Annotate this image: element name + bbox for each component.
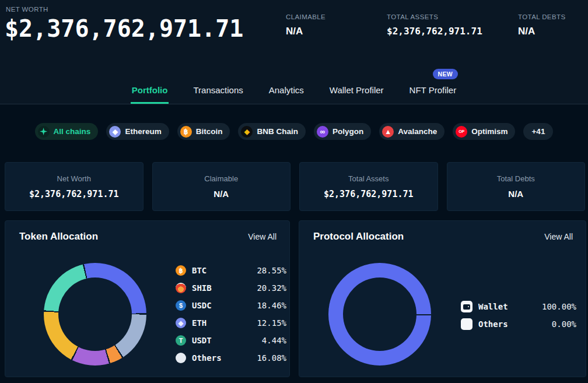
- usdt-percent: 4.44%: [262, 336, 286, 345]
- total-assets-label: TOTAL ASSETS: [387, 13, 482, 20]
- token-allocation-panel: Token Allocation View All ฿ BTC 28.55% S…: [5, 220, 290, 377]
- claimable-value: N/A: [286, 26, 326, 37]
- net-worth-label: NET WORTH: [6, 6, 48, 13]
- chain-filter-row: All chains ◆ Ethereum ฿ Bitcoin ◆ BNB Ch…: [0, 123, 588, 140]
- shib-token-icon: [176, 283, 186, 293]
- protocol-allocation-legend: Wallet 100.00% Others 0.00%: [461, 298, 576, 333]
- card-total-debts-label: Total Debts: [497, 174, 535, 183]
- total-assets-value: $2,376,762,971.71: [387, 26, 482, 37]
- protocol-allocation-view-all[interactable]: View All: [544, 232, 573, 241]
- legend-row-wallet: Wallet 100.00%: [461, 298, 576, 315]
- card-total-assets-label: Total Assets: [348, 174, 388, 183]
- all-chains-icon: [38, 126, 50, 138]
- net-worth-value: $2,376,762,971.71: [5, 15, 243, 42]
- protocol-allocation-donut-chart[interactable]: [328, 263, 431, 366]
- tab-nft-profiler[interactable]: NFT Profiler NEW: [408, 82, 458, 104]
- chip-ethereum[interactable]: ◆ Ethereum: [106, 123, 169, 140]
- card-net-worth-value: $2,376,762,971.71: [29, 189, 119, 199]
- token-allocation-view-all[interactable]: View All: [248, 232, 276, 241]
- legend-row-usdc: $ USDC 18.46%: [176, 297, 286, 314]
- card-claimable: Claimable N/A: [152, 162, 291, 211]
- usdt-symbol: USDT: [192, 336, 212, 345]
- usdc-symbol: USDC: [192, 301, 212, 310]
- card-claimable-value: N/A: [214, 189, 229, 199]
- usdc-percent: 18.46%: [257, 301, 286, 310]
- chip-bitcoin-label: Bitcoin: [196, 127, 223, 136]
- chip-bnb-chain-label: BNB Chain: [257, 127, 298, 136]
- header-stat-total-assets: TOTAL ASSETS $2,376,762,971.71: [387, 13, 482, 37]
- summary-cards-row: Net Worth $2,376,762,971.71 Claimable N/…: [5, 162, 585, 211]
- claimable-label: CLAIMABLE: [286, 13, 326, 20]
- btc-token-icon: ฿: [176, 265, 186, 276]
- tab-analytics[interactable]: Analytics: [268, 82, 305, 104]
- total-debts-value: N/A: [518, 26, 566, 37]
- token-allocation-donut-chart[interactable]: [44, 263, 146, 366]
- others-token-icon: [176, 353, 186, 363]
- shib-symbol: SHIB: [192, 283, 212, 293]
- total-debts-label: TOTAL DEBTS: [518, 13, 566, 20]
- card-total-assets: Total Assets $2,376,762,971.71: [299, 162, 438, 211]
- legend-row-shib: SHIB 20.32%: [176, 279, 286, 297]
- chip-bnb-chain[interactable]: ◆ BNB Chain: [238, 123, 306, 140]
- wallet-icon: [461, 301, 473, 312]
- chip-optimism[interactable]: OP Optimism: [453, 123, 515, 140]
- chip-bitcoin[interactable]: ฿ Bitcoin: [177, 123, 230, 140]
- protocol-allocation-title: Protocol Allocation: [313, 231, 404, 243]
- eth-symbol: ETH: [192, 318, 206, 328]
- bnb-chain-icon: ◆: [241, 126, 253, 138]
- card-net-worth-label: Net Worth: [57, 174, 91, 183]
- legend-row-others-protocol: Others 0.00%: [461, 315, 576, 333]
- chip-more-chains-label: +41: [531, 127, 545, 136]
- header: NET WORTH $2,376,762,971.71 CLAIMABLE N/…: [0, 0, 588, 104]
- card-net-worth: Net Worth $2,376,762,971.71: [5, 162, 144, 211]
- others-protocol-icon: [461, 318, 473, 330]
- bitcoin-icon: ฿: [180, 126, 192, 138]
- protocol-allocation-header: Protocol Allocation View All: [313, 231, 573, 243]
- others-percent: 16.08%: [257, 353, 286, 363]
- ethereum-icon: ◆: [109, 126, 121, 138]
- portfolio-page: NET WORTH $2,376,762,971.71 CLAIMABLE N/…: [0, 0, 588, 383]
- new-badge: NEW: [433, 69, 458, 79]
- others-protocol-label: Others: [478, 319, 508, 329]
- btc-percent: 28.55%: [257, 266, 286, 275]
- card-claimable-label: Claimable: [204, 174, 238, 183]
- tab-nft-profiler-label: NFT Profiler: [410, 85, 457, 95]
- tab-transactions[interactable]: Transactions: [192, 82, 244, 104]
- card-total-debts: Total Debts N/A: [447, 162, 586, 211]
- header-stat-claimable: CLAIMABLE N/A: [286, 13, 326, 37]
- usdt-token-icon: T: [176, 335, 186, 346]
- chip-optimism-label: Optimism: [471, 127, 508, 136]
- tab-wallet-profiler[interactable]: Wallet Profiler: [328, 82, 385, 104]
- chip-avalanche[interactable]: ▲ Avalanche: [379, 123, 444, 140]
- chip-all-chains-label: All chains: [54, 127, 91, 136]
- polygon-icon: ∞: [317, 126, 328, 138]
- avalanche-icon: ▲: [382, 126, 394, 138]
- others-symbol: Others: [192, 353, 222, 363]
- btc-symbol: BTC: [192, 266, 206, 275]
- legend-row-others: Others 16.08%: [176, 349, 286, 367]
- chip-avalanche-label: Avalanche: [398, 127, 437, 136]
- usdc-token-icon: $: [176, 300, 186, 311]
- token-allocation-header: Token Allocation View All: [19, 231, 276, 243]
- chip-more-chains[interactable]: +41: [523, 123, 553, 140]
- tab-portfolio[interactable]: Portfolio: [131, 82, 169, 104]
- optimism-icon: OP: [456, 126, 467, 138]
- token-allocation-title: Token Allocation: [19, 231, 98, 243]
- legend-row-usdt: T USDT 4.44%: [176, 332, 286, 349]
- chip-all-chains[interactable]: All chains: [35, 123, 99, 140]
- others-protocol-percent: 0.00%: [552, 319, 576, 329]
- wallet-label: Wallet: [478, 302, 508, 311]
- chip-polygon[interactable]: ∞ Polygon: [314, 123, 371, 140]
- protocol-allocation-panel: Protocol Allocation View All Wallet 100.…: [299, 220, 586, 377]
- token-allocation-legend: ฿ BTC 28.55% SHIB 20.32% $ USDC 18.46% ◆…: [176, 262, 286, 367]
- eth-token-icon: ◆: [176, 318, 186, 328]
- chip-ethereum-label: Ethereum: [125, 127, 161, 136]
- legend-row-btc: ฿ BTC 28.55%: [176, 262, 286, 279]
- wallet-percent: 100.00%: [542, 302, 576, 311]
- chip-polygon-label: Polygon: [332, 127, 363, 136]
- card-total-debts-value: N/A: [508, 189, 523, 199]
- card-total-assets-value: $2,376,762,971.71: [324, 189, 414, 199]
- header-stat-total-debts: TOTAL DEBTS N/A: [518, 13, 566, 37]
- legend-row-eth: ◆ ETH 12.15%: [176, 314, 286, 332]
- eth-percent: 12.15%: [257, 318, 286, 328]
